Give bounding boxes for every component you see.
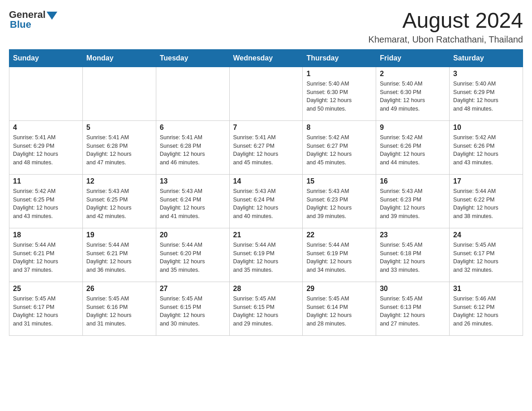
header-thursday: Thursday xyxy=(303,49,376,67)
day-info: Sunrise: 5:44 AMSunset: 6:22 PMDaylight:… xyxy=(453,187,519,221)
calendar-cell: 14Sunrise: 5:43 AMSunset: 6:24 PMDayligh… xyxy=(229,174,303,228)
day-info: Sunrise: 5:45 AMSunset: 6:17 PMDaylight:… xyxy=(13,295,79,328)
page-title: August 2024 xyxy=(369,9,523,33)
calendar-cell: 28Sunrise: 5:45 AMSunset: 6:15 PMDayligh… xyxy=(229,282,303,335)
day-number: 1 xyxy=(306,70,372,78)
calendar-cell xyxy=(156,67,229,120)
header: General Blue August 2024 Khemarat, Ubon … xyxy=(9,9,523,45)
calendar-cell: 7Sunrise: 5:41 AMSunset: 6:27 PMDaylight… xyxy=(229,120,303,174)
calendar-cell xyxy=(9,67,83,120)
calendar-cell xyxy=(82,67,156,120)
calendar-cell: 30Sunrise: 5:45 AMSunset: 6:13 PMDayligh… xyxy=(376,282,450,335)
day-info: Sunrise: 5:41 AMSunset: 6:28 PMDaylight:… xyxy=(86,133,152,167)
calendar-cell: 1Sunrise: 5:40 AMSunset: 6:30 PMDaylight… xyxy=(303,67,376,120)
header-monday: Monday xyxy=(82,49,156,67)
header-wednesday: Wednesday xyxy=(229,49,303,67)
calendar-week-row: 4Sunrise: 5:41 AMSunset: 6:29 PMDaylight… xyxy=(9,120,523,174)
calendar-week-row: 1Sunrise: 5:40 AMSunset: 6:30 PMDaylight… xyxy=(9,67,523,120)
day-info: Sunrise: 5:42 AMSunset: 6:26 PMDaylight:… xyxy=(453,133,519,167)
day-info: Sunrise: 5:43 AMSunset: 6:24 PMDaylight:… xyxy=(160,187,226,221)
day-number: 4 xyxy=(13,124,79,132)
day-info: Sunrise: 5:45 AMSunset: 6:14 PMDaylight:… xyxy=(306,295,372,328)
calendar-week-row: 18Sunrise: 5:44 AMSunset: 6:21 PMDayligh… xyxy=(9,228,523,282)
day-number: 30 xyxy=(380,285,446,293)
calendar-cell: 10Sunrise: 5:42 AMSunset: 6:26 PMDayligh… xyxy=(450,120,523,174)
calendar-cell: 5Sunrise: 5:41 AMSunset: 6:28 PMDaylight… xyxy=(82,120,156,174)
day-info: Sunrise: 5:40 AMSunset: 6:30 PMDaylight:… xyxy=(306,80,372,113)
title-area: August 2024 Khemarat, Ubon Ratchathani, … xyxy=(369,9,523,45)
day-number: 13 xyxy=(160,177,226,185)
calendar-cell: 11Sunrise: 5:42 AMSunset: 6:25 PMDayligh… xyxy=(9,174,83,228)
calendar-cell: 20Sunrise: 5:44 AMSunset: 6:20 PMDayligh… xyxy=(156,228,229,282)
calendar-cell: 31Sunrise: 5:46 AMSunset: 6:12 PMDayligh… xyxy=(450,282,523,335)
day-number: 6 xyxy=(160,124,226,132)
day-info: Sunrise: 5:44 AMSunset: 6:19 PMDaylight:… xyxy=(306,241,372,274)
day-number: 16 xyxy=(380,177,446,185)
day-number: 28 xyxy=(233,285,299,293)
day-info: Sunrise: 5:45 AMSunset: 6:18 PMDaylight:… xyxy=(380,241,446,274)
day-number: 7 xyxy=(233,124,299,132)
day-number: 5 xyxy=(86,124,152,132)
day-number: 3 xyxy=(453,70,519,78)
calendar-cell: 8Sunrise: 5:42 AMSunset: 6:27 PMDaylight… xyxy=(303,120,376,174)
day-number: 23 xyxy=(380,231,446,239)
calendar-cell: 29Sunrise: 5:45 AMSunset: 6:14 PMDayligh… xyxy=(303,282,376,335)
day-number: 19 xyxy=(86,231,152,239)
calendar-cell xyxy=(229,67,303,120)
day-info: Sunrise: 5:45 AMSunset: 6:13 PMDaylight:… xyxy=(380,295,446,328)
calendar-cell: 2Sunrise: 5:40 AMSunset: 6:30 PMDaylight… xyxy=(376,67,450,120)
day-info: Sunrise: 5:44 AMSunset: 6:21 PMDaylight:… xyxy=(86,241,152,274)
calendar-table: SundayMondayTuesdayWednesdayThursdayFrid… xyxy=(9,49,523,336)
day-info: Sunrise: 5:43 AMSunset: 6:24 PMDaylight:… xyxy=(233,187,299,221)
day-number: 20 xyxy=(160,231,226,239)
calendar-cell: 17Sunrise: 5:44 AMSunset: 6:22 PMDayligh… xyxy=(450,174,523,228)
day-number: 11 xyxy=(13,177,79,185)
day-number: 27 xyxy=(160,285,226,293)
calendar-cell: 6Sunrise: 5:41 AMSunset: 6:28 PMDaylight… xyxy=(156,120,229,174)
day-number: 8 xyxy=(306,124,372,132)
day-info: Sunrise: 5:43 AMSunset: 6:23 PMDaylight:… xyxy=(380,187,446,221)
day-number: 31 xyxy=(453,285,519,293)
calendar-cell: 4Sunrise: 5:41 AMSunset: 6:29 PMDaylight… xyxy=(9,120,83,174)
calendar-cell: 24Sunrise: 5:45 AMSunset: 6:17 PMDayligh… xyxy=(450,228,523,282)
calendar-week-row: 25Sunrise: 5:45 AMSunset: 6:17 PMDayligh… xyxy=(9,282,523,335)
logo: General Blue xyxy=(9,9,57,30)
day-info: Sunrise: 5:44 AMSunset: 6:20 PMDaylight:… xyxy=(160,241,226,274)
day-number: 21 xyxy=(233,231,299,239)
logo-triangle-icon xyxy=(47,12,57,20)
calendar-cell: 13Sunrise: 5:43 AMSunset: 6:24 PMDayligh… xyxy=(156,174,229,228)
calendar-cell: 19Sunrise: 5:44 AMSunset: 6:21 PMDayligh… xyxy=(82,228,156,282)
day-info: Sunrise: 5:42 AMSunset: 6:27 PMDaylight:… xyxy=(306,133,372,167)
header-sunday: Sunday xyxy=(9,49,83,67)
day-info: Sunrise: 5:44 AMSunset: 6:19 PMDaylight:… xyxy=(233,241,299,274)
day-number: 9 xyxy=(380,124,446,132)
day-number: 26 xyxy=(86,285,152,293)
calendar-cell: 27Sunrise: 5:45 AMSunset: 6:15 PMDayligh… xyxy=(156,282,229,335)
day-number: 22 xyxy=(306,231,372,239)
calendar-cell: 16Sunrise: 5:43 AMSunset: 6:23 PMDayligh… xyxy=(376,174,450,228)
day-info: Sunrise: 5:42 AMSunset: 6:25 PMDaylight:… xyxy=(13,187,79,221)
day-number: 2 xyxy=(380,70,446,78)
day-number: 10 xyxy=(453,124,519,132)
day-info: Sunrise: 5:45 AMSunset: 6:16 PMDaylight:… xyxy=(86,295,152,328)
day-number: 29 xyxy=(306,285,372,293)
calendar-cell: 22Sunrise: 5:44 AMSunset: 6:19 PMDayligh… xyxy=(303,228,376,282)
calendar-cell: 15Sunrise: 5:43 AMSunset: 6:23 PMDayligh… xyxy=(303,174,376,228)
day-info: Sunrise: 5:44 AMSunset: 6:21 PMDaylight:… xyxy=(13,241,79,274)
day-info: Sunrise: 5:41 AMSunset: 6:28 PMDaylight:… xyxy=(160,133,226,167)
header-friday: Friday xyxy=(376,49,450,67)
day-number: 17 xyxy=(453,177,519,185)
day-number: 14 xyxy=(233,177,299,185)
logo-blue: Blue xyxy=(9,19,31,30)
calendar-header-row: SundayMondayTuesdayWednesdayThursdayFrid… xyxy=(9,49,523,67)
day-info: Sunrise: 5:42 AMSunset: 6:26 PMDaylight:… xyxy=(380,133,446,167)
subtitle: Khemarat, Ubon Ratchathani, Thailand xyxy=(369,34,523,45)
day-info: Sunrise: 5:41 AMSunset: 6:29 PMDaylight:… xyxy=(13,133,79,167)
calendar-week-row: 11Sunrise: 5:42 AMSunset: 6:25 PMDayligh… xyxy=(9,174,523,228)
day-number: 18 xyxy=(13,231,79,239)
calendar-cell: 12Sunrise: 5:43 AMSunset: 6:25 PMDayligh… xyxy=(82,174,156,228)
calendar-cell: 21Sunrise: 5:44 AMSunset: 6:19 PMDayligh… xyxy=(229,228,303,282)
day-info: Sunrise: 5:45 AMSunset: 6:15 PMDaylight:… xyxy=(233,295,299,328)
day-info: Sunrise: 5:40 AMSunset: 6:30 PMDaylight:… xyxy=(380,80,446,113)
day-info: Sunrise: 5:43 AMSunset: 6:23 PMDaylight:… xyxy=(306,187,372,221)
